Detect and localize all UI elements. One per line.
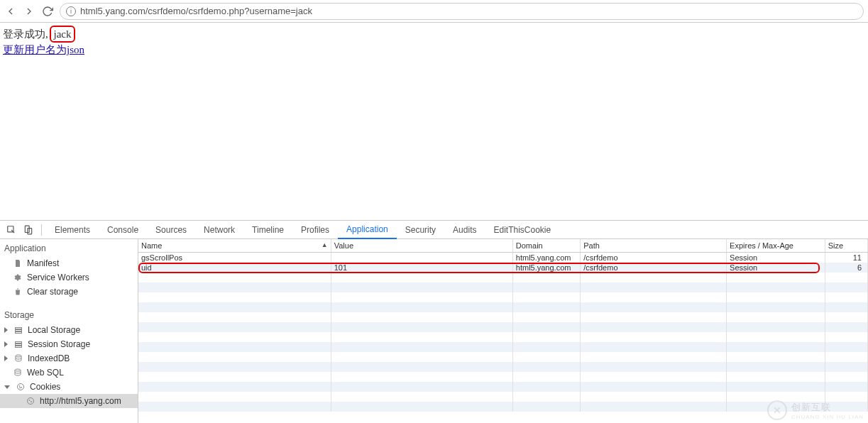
cell-domain: html5.yang.com bbox=[512, 263, 580, 273]
svg-point-11 bbox=[15, 369, 21, 371]
application-sidebar: Application Manifest Service Workers Cle… bbox=[0, 239, 138, 423]
sidebar-item-label: Local Storage bbox=[28, 325, 80, 335]
cookie-icon bbox=[16, 383, 26, 391]
table-row[interactable]: uid 101 html5.yang.com /csrfdemo Session… bbox=[138, 263, 868, 273]
table-row[interactable]: gsScrollPos html5.yang.com /csrfdemo Ses… bbox=[138, 252, 868, 263]
svg-rect-7 bbox=[16, 342, 22, 344]
svg-rect-5 bbox=[16, 330, 22, 331]
tab-editthiscookie[interactable]: EditThisCookie bbox=[485, 221, 559, 238]
update-username-link[interactable]: 更新用户名为json bbox=[3, 43, 84, 57]
devtools-panel: Elements Console Sources Network Timelin… bbox=[0, 220, 868, 423]
site-info-icon[interactable]: i bbox=[66, 6, 76, 16]
cell-expires: Session bbox=[727, 252, 825, 263]
svg-point-16 bbox=[28, 398, 34, 405]
col-path[interactable]: Path bbox=[581, 239, 727, 252]
tab-console[interactable]: Console bbox=[99, 221, 147, 238]
sidebar-item-cookies-origin[interactable]: http://html5.yang.com bbox=[0, 394, 138, 408]
sidebar-item-manifest[interactable]: Manifest bbox=[0, 256, 138, 270]
storage-icon bbox=[13, 340, 23, 348]
logo-brand: 创新互联 bbox=[791, 401, 864, 414]
sidebar-item-web-sql[interactable]: Web SQL bbox=[0, 366, 138, 380]
col-size[interactable]: Size bbox=[825, 239, 867, 252]
sidebar-item-cookies[interactable]: Cookies bbox=[0, 380, 138, 394]
cell-name: gsScrollPos bbox=[138, 252, 331, 263]
chevron-down-icon bbox=[4, 385, 10, 389]
forward-button[interactable] bbox=[23, 5, 35, 18]
svg-point-15 bbox=[20, 388, 21, 388]
tab-elements[interactable]: Elements bbox=[46, 221, 99, 238]
tab-security[interactable]: Security bbox=[397, 221, 444, 238]
col-expires[interactable]: Expires / Max-Age bbox=[727, 239, 825, 252]
devtools-tabbar: Elements Console Sources Network Timelin… bbox=[0, 221, 868, 239]
tab-timeline[interactable]: Timeline bbox=[243, 221, 292, 238]
svg-point-12 bbox=[18, 384, 24, 390]
svg-point-13 bbox=[19, 386, 20, 387]
sidebar-item-service-workers[interactable]: Service Workers bbox=[0, 270, 138, 285]
url-bar[interactable]: i html5.yang.com/csrfdemo/csrfdemo.php?u… bbox=[60, 3, 864, 20]
tab-network[interactable]: Network bbox=[195, 221, 243, 238]
watermark-logo: ✕ 创新互联 CHUANG XIN HU LIAN bbox=[767, 400, 864, 420]
username-highlight: jack bbox=[50, 26, 76, 43]
inspect-icon[interactable] bbox=[3, 225, 20, 235]
tab-profiles[interactable]: Profiles bbox=[292, 221, 338, 238]
svg-point-18 bbox=[31, 402, 32, 402]
cell-expires: Session bbox=[727, 263, 825, 273]
cell-name: uid bbox=[138, 263, 331, 273]
back-button[interactable] bbox=[4, 5, 17, 18]
gear-icon bbox=[13, 273, 23, 282]
cell-size: 6 bbox=[825, 263, 867, 273]
tab-application[interactable]: Application bbox=[338, 221, 397, 239]
svg-point-17 bbox=[29, 400, 30, 401]
file-icon bbox=[13, 259, 23, 268]
sidebar-item-label: Web SQL bbox=[27, 368, 64, 378]
sidebar-item-label: IndexedDB bbox=[28, 353, 70, 363]
col-value[interactable]: Value bbox=[331, 239, 512, 252]
url-text: html5.yang.com/csrfdemo/csrfdemo.php?use… bbox=[80, 6, 312, 16]
svg-rect-9 bbox=[16, 346, 22, 348]
tab-audits[interactable]: Audits bbox=[444, 221, 485, 238]
database-icon bbox=[13, 368, 23, 377]
tab-sources[interactable]: Sources bbox=[147, 221, 195, 238]
cookie-table: Name▲ Value Domain Path Expires / Max-Ag… bbox=[138, 239, 868, 412]
svg-point-14 bbox=[21, 388, 22, 388]
cell-size: 11 bbox=[825, 252, 867, 263]
sidebar-item-label: Service Workers bbox=[27, 273, 89, 282]
login-status-line: 登录成功, jack bbox=[3, 26, 865, 43]
cookie-table-wrap: Name▲ Value Domain Path Expires / Max-Ag… bbox=[138, 239, 868, 423]
logo-mark-icon: ✕ bbox=[767, 400, 787, 420]
browser-toolbar: i html5.yang.com/csrfdemo/csrfdemo.php?u… bbox=[0, 0, 868, 23]
sidebar-item-label: Cookies bbox=[30, 382, 60, 392]
cell-value: 101 bbox=[331, 263, 512, 273]
sidebar-item-clear-storage[interactable]: Clear storage bbox=[0, 285, 138, 299]
sidebar-section-storage: Storage bbox=[0, 306, 138, 323]
chevron-right-icon bbox=[4, 327, 8, 333]
page-body: 登录成功, jack 更新用户名为json bbox=[0, 23, 868, 220]
col-domain[interactable]: Domain bbox=[512, 239, 580, 252]
col-name[interactable]: Name▲ bbox=[138, 239, 331, 252]
sidebar-item-local-storage[interactable]: Local Storage bbox=[0, 323, 138, 337]
reload-button[interactable] bbox=[41, 5, 54, 18]
storage-icon bbox=[13, 326, 23, 334]
cookie-icon bbox=[26, 397, 35, 405]
login-prefix: 登录成功, bbox=[3, 28, 51, 40]
devtools-body: Application Manifest Service Workers Cle… bbox=[0, 239, 868, 423]
logo-sub: CHUANG XIN HU LIAN bbox=[791, 414, 864, 420]
sidebar-item-indexeddb[interactable]: IndexedDB bbox=[0, 351, 138, 366]
svg-rect-4 bbox=[16, 328, 22, 329]
table-header-row: Name▲ Value Domain Path Expires / Max-Ag… bbox=[138, 239, 868, 252]
cell-path: /csrfdemo bbox=[581, 263, 727, 273]
sidebar-item-label: Clear storage bbox=[27, 287, 78, 297]
sidebar-item-session-storage[interactable]: Session Storage bbox=[0, 337, 138, 351]
svg-rect-6 bbox=[16, 332, 22, 334]
sidebar-item-label: Manifest bbox=[27, 258, 59, 268]
sidebar-item-label: http://html5.yang.com bbox=[40, 396, 121, 406]
cell-value bbox=[331, 252, 512, 263]
svg-rect-8 bbox=[16, 344, 22, 346]
trash-icon bbox=[13, 287, 23, 296]
cell-domain: html5.yang.com bbox=[512, 252, 580, 263]
sidebar-item-label: Session Storage bbox=[28, 339, 90, 349]
database-icon bbox=[13, 354, 23, 363]
device-toggle-icon[interactable] bbox=[20, 225, 37, 235]
sidebar-section-application: Application bbox=[0, 239, 138, 256]
svg-point-10 bbox=[16, 355, 21, 357]
